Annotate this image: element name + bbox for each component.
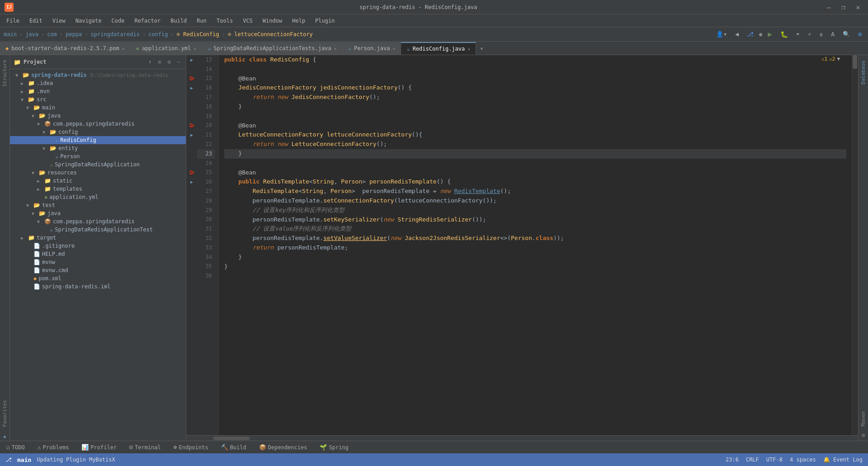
nav-coverage-btn[interactable]: ☂ bbox=[793, 29, 802, 39]
tree-person[interactable]: ▶ ☕ Person bbox=[10, 152, 186, 160]
nav-profile-btn[interactable]: ⚡ bbox=[805, 29, 814, 39]
build-tab[interactable]: 🔨 Build bbox=[218, 443, 249, 452]
maven-tab[interactable]: Maven bbox=[859, 408, 868, 430]
right-expand-icon[interactable]: ⚙ bbox=[862, 432, 865, 438]
tree-target[interactable]: ▶ 📁 target bbox=[10, 234, 186, 242]
warnings-expand[interactable]: ▼ bbox=[837, 56, 840, 62]
minimize-button[interactable]: — bbox=[823, 3, 834, 12]
menu-build[interactable]: Build bbox=[166, 16, 191, 26]
status-git-icon[interactable]: ⎇ bbox=[5, 457, 12, 463]
menu-window[interactable]: Window bbox=[258, 16, 287, 26]
gutter-run-21[interactable]: ▶ bbox=[190, 132, 193, 137]
menu-run[interactable]: Run bbox=[192, 16, 211, 26]
tab-pom-close[interactable]: ✕ bbox=[122, 46, 125, 51]
status-git-branch[interactable]: main bbox=[17, 457, 31, 463]
dependencies-tab[interactable]: 📦 Dependencies bbox=[256, 443, 310, 452]
project-settings-btn[interactable]: ⚙ bbox=[166, 58, 173, 66]
tab-pom[interactable]: ◆ boot-starter-data-redis-2.5.7.pom ✕ bbox=[0, 42, 131, 55]
code-content[interactable]: public class RedisConfig { @Bean JedisCo… bbox=[219, 55, 852, 435]
tree-com[interactable]: ▼ 📦 com.peppa.springdataredis bbox=[10, 120, 186, 128]
project-collapse-btn[interactable]: ≡ bbox=[156, 58, 163, 66]
tree-springapp[interactable]: ▶ ☕ SpringDataRedisApplication bbox=[10, 160, 186, 169]
tab-springtest[interactable]: ☕ SpringDataRedisApplicationTests.java ✕ bbox=[202, 42, 342, 55]
breadcrumb-config[interactable]: config bbox=[148, 31, 168, 38]
tree-idea[interactable]: ▶ 📁 .idea bbox=[10, 79, 186, 87]
menu-navigate[interactable]: Navigate bbox=[71, 16, 106, 26]
database-tab[interactable]: Database bbox=[859, 57, 868, 88]
spring-tab[interactable]: 🌱 Spring bbox=[317, 443, 351, 452]
gutter-run-16[interactable]: ▶ bbox=[190, 85, 193, 90]
problems-tab[interactable]: ⚠ Problems bbox=[35, 443, 72, 452]
tree-mvnw[interactable]: ▶ 📄 mvnw bbox=[10, 258, 186, 266]
close-button[interactable]: ✕ bbox=[853, 3, 863, 12]
tree-springiml[interactable]: ▶ 📄 spring-data-redis.iml bbox=[10, 282, 186, 291]
scroll-minimap[interactable] bbox=[852, 55, 858, 435]
menu-help[interactable]: Help bbox=[288, 16, 310, 26]
breadcrumb-method[interactable]: ⊙ lettuceConnectionFactory bbox=[228, 31, 313, 38]
tab-application-close[interactable]: ✕ bbox=[193, 46, 196, 51]
tree-gitignore[interactable]: ▶ 📄 .gitignore bbox=[10, 242, 186, 250]
tab-springtest-close[interactable]: ✕ bbox=[334, 46, 337, 51]
tree-redisconfig[interactable]: ▶ ☕ RedisConfig bbox=[10, 136, 186, 144]
tree-main[interactable]: ▼ 📂 main bbox=[10, 104, 186, 112]
scroll-thumb[interactable] bbox=[853, 55, 857, 69]
tree-entity[interactable]: ▼ 📂 entity bbox=[10, 144, 186, 152]
nav-branch-icon[interactable]: ⎇ bbox=[744, 29, 756, 39]
tree-testcom[interactable]: ▼ 📦 com.peppa.springdataredis bbox=[10, 217, 186, 226]
tree-templates[interactable]: ▶ 📁 templates bbox=[10, 185, 186, 193]
endpoints-tab[interactable]: ⊕ Endpoints bbox=[171, 443, 211, 452]
status-indent[interactable]: 4 spaces bbox=[790, 457, 816, 463]
terminal-tab[interactable]: ⊟ Terminal bbox=[127, 443, 164, 452]
maximize-button[interactable]: ❐ bbox=[838, 3, 849, 12]
menu-refactor[interactable]: Refactor bbox=[130, 16, 165, 26]
tree-applicationyml[interactable]: ▶ ◆ application.yml bbox=[10, 193, 186, 201]
tree-config[interactable]: ▼ 📂 config bbox=[10, 128, 186, 136]
favorites-tab[interactable]: Favorites bbox=[0, 395, 9, 432]
structure-tab[interactable]: Structure bbox=[0, 55, 9, 91]
nav-back-icon[interactable]: ◀ bbox=[732, 29, 741, 39]
nav-search-btn[interactable]: 🔍 bbox=[840, 29, 853, 39]
menu-plugin[interactable]: Plugin bbox=[311, 16, 339, 26]
tab-redisconfig-close[interactable]: ✕ bbox=[467, 47, 470, 52]
todo-tab[interactable]: ☑ TODO bbox=[4, 443, 28, 452]
gutter-run-26[interactable]: ▶ bbox=[190, 179, 193, 184]
tree-mvn[interactable]: ▶ 📁 .mvn bbox=[10, 87, 186, 95]
nav-git-btn[interactable]: ± bbox=[817, 29, 826, 39]
gutter-run-13[interactable]: ▶ bbox=[190, 57, 193, 62]
gutter-bean-25[interactable]: 🫘 bbox=[189, 170, 194, 175]
menu-view[interactable]: View bbox=[48, 16, 70, 26]
nav-debug-btn[interactable]: 🐛 bbox=[778, 29, 791, 39]
gutter-bean-20[interactable]: 🫘 bbox=[189, 123, 194, 128]
breadcrumb-redisconfig[interactable]: ⊙ RedisConfig bbox=[177, 31, 219, 38]
project-sort-btn[interactable]: ⬆ bbox=[146, 58, 153, 66]
gutter-bean-15[interactable]: 🫘 bbox=[189, 76, 194, 81]
tab-overflow-btn[interactable]: ▾ bbox=[476, 45, 487, 52]
menu-tools[interactable]: Tools bbox=[212, 16, 237, 26]
tab-person[interactable]: ☕ Person.java ✕ bbox=[343, 42, 401, 55]
tree-springtest[interactable]: ▶ ☕ SpringDataRedisApplicationTest bbox=[10, 226, 186, 234]
tree-helpmd[interactable]: ▶ 📄 HELP.md bbox=[10, 250, 186, 258]
tab-person-close[interactable]: ✕ bbox=[392, 46, 395, 51]
menu-edit[interactable]: Edit bbox=[25, 16, 47, 26]
menu-file[interactable]: File bbox=[2, 16, 24, 26]
status-crlf[interactable]: CRLF bbox=[746, 457, 759, 463]
breadcrumb-java[interactable]: java bbox=[25, 31, 38, 38]
tree-testjava[interactable]: ▼ 📂 java bbox=[10, 209, 186, 217]
status-encoding[interactable]: UTF-8 bbox=[766, 457, 783, 463]
menu-vcs[interactable]: VCS bbox=[238, 16, 257, 26]
nav-user-icon[interactable]: 👤▾ bbox=[713, 29, 730, 39]
tree-test[interactable]: ▼ 📂 test bbox=[10, 201, 186, 209]
breadcrumb-com[interactable]: com bbox=[47, 31, 57, 38]
tree-java[interactable]: ▼ 📂 java bbox=[10, 112, 186, 120]
tab-redisconfig[interactable]: ☕ RedisConfig.java ✕ bbox=[401, 42, 476, 55]
breadcrumb-springdataredis[interactable]: springdataredis bbox=[91, 31, 140, 38]
project-minimize-btn[interactable]: — bbox=[175, 58, 182, 66]
menu-code[interactable]: Code bbox=[107, 16, 129, 26]
nav-translate-btn[interactable]: A bbox=[828, 29, 837, 39]
event-log[interactable]: 🔔 Event Log bbox=[823, 457, 863, 463]
tree-mvnwcmd[interactable]: ▶ 📄 mvnw.cmd bbox=[10, 266, 186, 274]
nav-run-btn[interactable]: ▶ bbox=[765, 28, 775, 40]
tree-pomxml[interactable]: ▶ ◆ pom.xml bbox=[10, 274, 186, 282]
tree-src[interactable]: ▼ 📂 src bbox=[10, 95, 186, 104]
tree-resources[interactable]: ▼ 📂 resources bbox=[10, 169, 186, 177]
